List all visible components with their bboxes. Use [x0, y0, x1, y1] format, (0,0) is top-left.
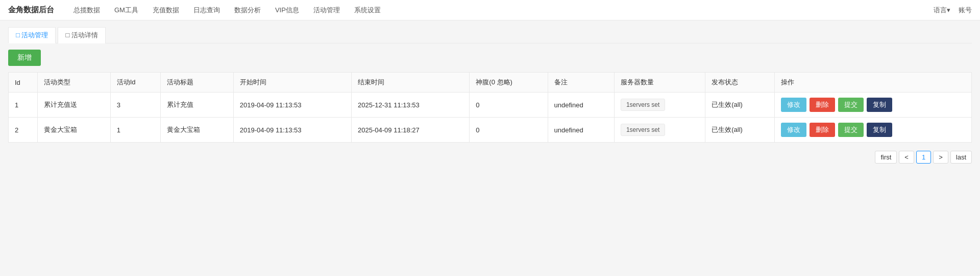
add-activity-button[interactable]: 新增 — [8, 50, 41, 66]
cell-server-1: 1servers set — [614, 93, 705, 118]
delete-button-1[interactable]: 删除 — [810, 98, 835, 112]
col-activity-type: 活动类型 — [37, 73, 110, 93]
cell-aid-1: 3 — [110, 93, 160, 118]
submit-button-2[interactable]: 提交 — [838, 123, 864, 137]
nav-menu: 总揽数据 GM工具 充值数据 日志查询 数据分析 VIP信息 活动管理 系统设置 — [66, 0, 934, 20]
cell-start-2: 2019-04-09 11:13:53 — [233, 118, 351, 143]
nav-item-recharge[interactable]: 充值数据 — [145, 0, 186, 20]
pagination-next[interactable]: > — [933, 151, 948, 164]
col-id: Id — [9, 73, 38, 93]
pagination-last[interactable]: last — [950, 151, 972, 164]
nav-item-gm[interactable]: GM工具 — [107, 0, 145, 20]
cell-start-1: 2019-04-09 11:13:53 — [233, 93, 351, 118]
activity-table: Id 活动类型 活动Id 活动标题 开始时间 结束时间 神腹(0 忽略) 备注 … — [8, 72, 972, 143]
cell-remark-1: undefined — [548, 93, 614, 118]
nav-item-overview[interactable]: 总揽数据 — [66, 0, 107, 20]
col-server-count: 服务器数量 — [614, 73, 705, 93]
tab-activity-detail[interactable]: 活动详情 — [58, 27, 105, 43]
submit-button-1[interactable]: 提交 — [838, 98, 864, 112]
edit-button-1[interactable]: 修改 — [781, 98, 806, 112]
cell-server-2: 1servers set — [614, 118, 705, 143]
cell-shenfu-1: 0 — [470, 93, 548, 118]
col-actions: 操作 — [775, 73, 972, 93]
cell-type-2: 黄金大宝箱 — [37, 118, 110, 143]
cell-end-1: 2025-12-31 11:13:53 — [352, 93, 470, 118]
cell-shenfu-2: 0 — [470, 118, 548, 143]
nav-item-activity[interactable]: 活动管理 — [306, 0, 347, 20]
col-end-time: 结束时间 — [352, 73, 470, 93]
col-remark: 备注 — [548, 73, 614, 93]
cell-actions-2: 修改 删除 提交 复制 — [775, 118, 972, 143]
pagination-first[interactable]: first — [875, 151, 897, 164]
col-start-time: 开始时间 — [233, 73, 351, 93]
cell-status-1: 已生效(all) — [705, 93, 775, 118]
nav-item-system[interactable]: 系统设置 — [347, 0, 388, 20]
brand-logo: 金角数据后台 — [8, 5, 54, 15]
nav-right: 语言▾ 账号 — [934, 6, 972, 15]
cell-aid-2: 1 — [110, 118, 160, 143]
cell-title-1: 累计充值 — [160, 93, 233, 118]
table-row: 2 黄金大宝箱 1 黄金大宝箱 2019-04-09 11:13:53 2025… — [9, 118, 972, 143]
col-publish-status: 发布状态 — [705, 73, 775, 93]
pagination: first < 1 > last — [8, 151, 972, 164]
tab-activity-management[interactable]: 活动管理 — [8, 27, 56, 43]
cell-type-1: 累计充值送 — [37, 93, 110, 118]
edit-button-2[interactable]: 修改 — [781, 123, 806, 137]
cell-id-2: 2 — [9, 118, 38, 143]
col-activity-title: 活动标题 — [160, 73, 233, 93]
table-row: 1 累计充值送 3 累计充值 2019-04-09 11:13:53 2025-… — [9, 93, 972, 118]
table-header-row: Id 活动类型 活动Id 活动标题 开始时间 结束时间 神腹(0 忽略) 备注 … — [9, 73, 972, 93]
action-buttons-2: 修改 删除 提交 复制 — [781, 123, 965, 137]
cell-status-2: 已生效(all) — [705, 118, 775, 143]
copy-button-2[interactable]: 复制 — [867, 123, 892, 137]
cell-id-1: 1 — [9, 93, 38, 118]
nav-item-vip[interactable]: VIP信息 — [268, 0, 306, 20]
nav-item-analysis[interactable]: 数据分析 — [227, 0, 268, 20]
copy-button-1[interactable]: 复制 — [867, 98, 892, 112]
nav-item-log[interactable]: 日志查询 — [186, 0, 227, 20]
cell-end-2: 2025-04-09 11:18:27 — [352, 118, 470, 143]
col-activity-id: 活动Id — [110, 73, 160, 93]
action-buttons-1: 修改 删除 提交 复制 — [781, 98, 965, 112]
language-selector[interactable]: 语言▾ — [934, 6, 950, 15]
pagination-current[interactable]: 1 — [916, 151, 931, 164]
cell-title-2: 黄金大宝箱 — [160, 118, 233, 143]
account-button[interactable]: 账号 — [959, 6, 972, 15]
delete-button-2[interactable]: 删除 — [810, 123, 835, 137]
tab-bar: 活动管理 活动详情 — [8, 27, 972, 43]
page-content: 活动管理 活动详情 新增 Id 活动类型 活动Id 活动标题 开始时间 结束时间… — [0, 20, 980, 170]
cell-remark-2: undefined — [548, 118, 614, 143]
top-navigation: 金角数据后台 总揽数据 GM工具 充值数据 日志查询 数据分析 VIP信息 活动… — [0, 0, 980, 20]
cell-actions-1: 修改 删除 提交 复制 — [775, 93, 972, 118]
col-shenfu: 神腹(0 忽略) — [470, 73, 548, 93]
server-badge-1: 1servers set — [621, 99, 665, 111]
pagination-prev[interactable]: < — [899, 151, 914, 164]
server-badge-2: 1servers set — [621, 124, 665, 136]
